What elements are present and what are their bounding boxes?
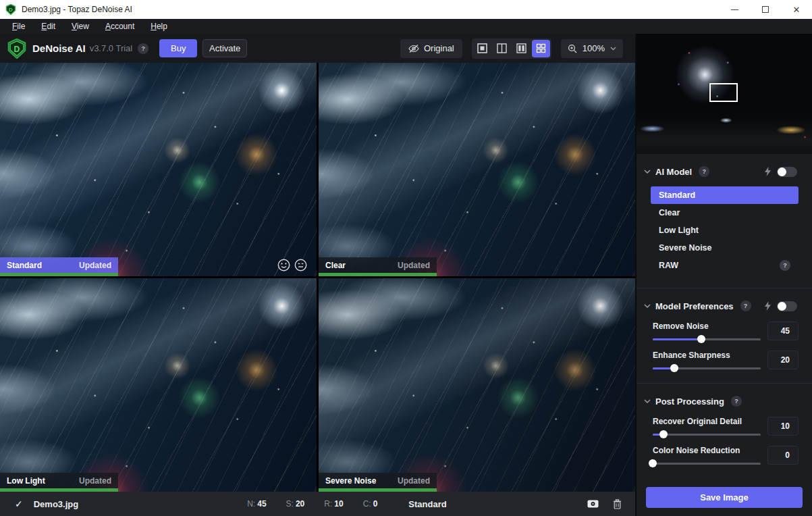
panel-model-label: Standard	[7, 261, 42, 270]
model-option-clear[interactable]: Clear	[651, 204, 799, 222]
navigator-thumbnail[interactable]	[637, 34, 812, 154]
menu-edit[interactable]: Edit	[34, 20, 62, 32]
slider-thumb[interactable]	[649, 459, 657, 467]
menu-help[interactable]: Help	[144, 20, 174, 32]
panel-severe-noise[interactable]: Severe Noise Updated	[319, 278, 635, 492]
chevron-down-icon[interactable]	[643, 397, 651, 405]
trash-icon[interactable]	[613, 499, 622, 509]
remove-noise-row: Remove Noise 45	[637, 321, 812, 340]
slider-thumb[interactable]	[659, 430, 668, 438]
sharpness-param-value: 20	[296, 499, 304, 509]
model-option-severe-noise[interactable]: Severe Noise	[651, 239, 799, 257]
enhance-sharpness-slider[interactable]	[653, 367, 761, 369]
slider-thumb[interactable]	[697, 335, 705, 343]
model-option-label: RAW	[659, 261, 678, 270]
preview-image-clear	[319, 63, 635, 276]
raw-help-icon[interactable]: ?	[780, 260, 790, 271]
model-option-label: Severe Noise	[659, 243, 712, 253]
enhance-sharpness-value[interactable]: 20	[767, 351, 799, 369]
chevron-down-icon[interactable]	[643, 302, 651, 310]
settings-readout: N:45 S:20 R:10 C:0	[247, 499, 377, 509]
app-logo-icon: D	[5, 4, 16, 15]
preview-image-severe-noise	[319, 278, 635, 492]
minimize-button[interactable]	[719, 0, 750, 19]
minimize-icon	[731, 9, 738, 10]
color-noise-slider[interactable]	[653, 463, 761, 465]
statusbar: ✓ Demo3.jpg N:45 S:20 R:10 C:0 Standard	[0, 492, 635, 516]
menu-file[interactable]: File	[5, 20, 32, 32]
active-model-label: Standard	[408, 499, 446, 509]
zoom-level: 100%	[583, 43, 605, 53]
model-preferences-auto-toggle[interactable]	[777, 301, 797, 311]
svg-text:D: D	[9, 7, 13, 13]
slider-thumb[interactable]	[670, 364, 678, 372]
panel-model-label: Clear	[325, 261, 346, 270]
menu-account[interactable]: Account	[99, 20, 141, 32]
panel-tag-low-light[interactable]: Low Light Updated	[0, 473, 118, 488]
enhance-sharpness-row: Enhance Sharpness 20	[637, 351, 812, 369]
close-icon: ✕	[793, 5, 801, 15]
progress-strip	[319, 273, 437, 276]
recover-param-value: 10	[334, 499, 343, 509]
meh-face-icon[interactable]	[294, 258, 308, 272]
navigator-viewport-rect[interactable]	[709, 83, 738, 102]
remove-noise-slider[interactable]	[653, 338, 761, 340]
version-help-icon[interactable]: ?	[138, 43, 148, 54]
post-processing-title: Post Processing	[655, 396, 724, 407]
quad-view-button[interactable]	[532, 40, 550, 57]
ai-model-title: AI Model	[655, 167, 692, 177]
color-noise-value[interactable]: 0	[767, 446, 799, 465]
panel-status-label: Updated	[398, 261, 430, 270]
post-processing-header: Post Processing ?	[637, 396, 812, 407]
snapshot-icon[interactable]	[587, 500, 599, 508]
zoom-control[interactable]: 100%	[561, 39, 623, 58]
side-by-side-view-button[interactable]	[512, 40, 531, 57]
buy-button[interactable]: Buy	[159, 39, 197, 57]
panel-status-label: Updated	[79, 261, 111, 270]
model-preferences-help-icon[interactable]: ?	[740, 301, 751, 311]
ai-model-help-icon[interactable]: ?	[699, 166, 709, 177]
menubar: File Edit View Account Help	[0, 19, 812, 34]
panel-clear[interactable]: Clear Updated	[319, 63, 635, 276]
activate-button[interactable]: Activate	[202, 39, 247, 57]
chevron-down-icon[interactable]	[643, 167, 651, 176]
panel-tag-severe-noise[interactable]: Severe Noise Updated	[319, 473, 437, 488]
single-view-button[interactable]	[473, 40, 491, 57]
app-version: v3.7.0 Trial	[90, 43, 133, 53]
preview-image-low-light	[0, 278, 317, 492]
recover-detail-slider[interactable]	[653, 434, 761, 436]
original-label: Original	[424, 43, 454, 53]
original-toggle-button[interactable]: Original	[400, 39, 462, 58]
menu-view[interactable]: View	[65, 20, 96, 32]
ai-model-auto-toggle[interactable]	[777, 167, 797, 177]
maximize-button[interactable]	[750, 0, 781, 19]
remove-noise-value[interactable]: 45	[767, 321, 799, 340]
panel-tag-standard[interactable]: Standard Updated	[0, 257, 118, 273]
progress-strip	[0, 273, 118, 276]
split-view-button[interactable]	[493, 40, 511, 57]
slider-fill	[653, 338, 701, 340]
model-option-standard[interactable]: Standard	[651, 186, 799, 204]
model-option-low-light[interactable]: Low Light	[651, 222, 799, 239]
panel-low-light[interactable]: Low Light Updated	[0, 278, 317, 492]
model-option-raw[interactable]: RAW ?	[651, 257, 799, 274]
recover-detail-value[interactable]: 10	[767, 417, 799, 436]
save-image-button[interactable]: Save Image	[646, 487, 803, 508]
panel-standard[interactable]: Standard Updated	[0, 63, 317, 276]
post-processing-help-icon[interactable]: ?	[731, 396, 742, 407]
comparison-grid: Standard Updated	[0, 63, 635, 492]
split-view-icon	[497, 43, 507, 53]
quad-view-icon	[536, 43, 546, 53]
view-mode-group	[472, 38, 551, 59]
model-option-label: Standard	[659, 190, 695, 200]
close-button[interactable]: ✕	[781, 0, 812, 19]
model-option-label: Low Light	[659, 226, 699, 235]
current-filename: Demo3.jpg	[34, 499, 78, 509]
side-by-side-view-icon	[516, 43, 526, 53]
smiley-face-icon[interactable]	[277, 258, 291, 272]
sharpness-param-label: S:	[286, 499, 294, 509]
recover-detail-label: Recover Original Detail	[653, 417, 761, 426]
panel-tag-clear[interactable]: Clear Updated	[319, 257, 437, 273]
progress-strip	[319, 488, 437, 492]
toggle-knob	[778, 167, 786, 176]
